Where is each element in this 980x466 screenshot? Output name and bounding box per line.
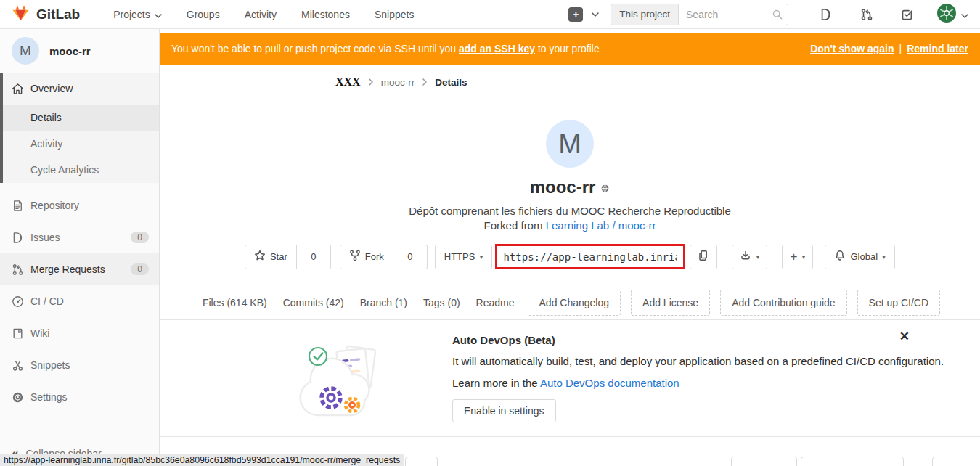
copy-url-button[interactable]: [690, 245, 717, 269]
user-avatar: [937, 4, 956, 25]
dont-show-again-link[interactable]: Don't show again: [810, 43, 894, 54]
top-navbar: GitLab Projects Groups Activity Mileston…: [0, 0, 980, 29]
gitlab-window: GitLab Projects Groups Activity Mileston…: [0, 0, 980, 466]
sidebar-item-overview[interactable]: Overview: [3, 73, 159, 105]
devops-doc-link[interactable]: Auto DevOps documentation: [540, 377, 679, 389]
status-url: https://app-learninglab.inria.fr/gitlab/…: [4, 455, 400, 465]
sidebar-item-settings[interactable]: Settings: [0, 381, 159, 413]
notification-dropdown[interactable]: Global ▾: [825, 245, 895, 269]
add-changelog-button[interactable]: Add Changelog: [528, 290, 621, 316]
gitlab-home-link[interactable]: GitLab: [12, 4, 80, 24]
search-icon: [772, 9, 783, 23]
sidebar-item-issues[interactable]: Issues 0: [0, 221, 159, 253]
clone-url-annotation-box: [495, 244, 685, 269]
merge-requests-dashboard-button[interactable]: [860, 8, 873, 21]
issues-icon: [12, 232, 24, 244]
remind-later-link[interactable]: Remind later: [907, 43, 968, 54]
caret-down-icon: ▾: [801, 253, 805, 261]
add-ssh-key-link[interactable]: add an SSH key: [459, 43, 535, 54]
merge-request-icon: [12, 263, 24, 276]
todos-button[interactable]: [901, 8, 914, 21]
sidebar-item-details[interactable]: Details: [3, 105, 159, 131]
sidebar-item-wiki[interactable]: Wiki: [0, 317, 159, 349]
project-avatar: M: [546, 120, 594, 168]
sidebar-item-snippets[interactable]: Snippets: [0, 349, 159, 381]
navbar-right: + This project: [568, 4, 968, 25]
sidebar-item-ci-cd[interactable]: CI / CD: [0, 285, 159, 317]
tanuki-logo-icon: [12, 4, 30, 24]
document-icon: [12, 200, 24, 212]
chevron-right-icon: [422, 77, 427, 88]
clipboard-icon: [698, 250, 709, 263]
home-icon: [12, 83, 24, 95]
enable-in-settings-button[interactable]: Enable in settings: [452, 399, 556, 422]
sidebar-item-cycle-analytics[interactable]: Cycle Analytics: [3, 157, 159, 183]
forked-from-line: Forked from Learning Lab / mooc-rr: [160, 219, 980, 232]
project-title-row: mooc-rr: [160, 177, 980, 197]
protocol-dropdown[interactable]: HTTPS ▾: [435, 245, 493, 269]
chevron-down-icon: [961, 8, 968, 21]
project-sidebar: M mooc-rr Overview Details Activity Cycl…: [0, 29, 160, 466]
download-icon: [740, 250, 751, 263]
fork-button[interactable]: Fork: [340, 245, 393, 269]
chevron-down-icon: [592, 12, 599, 17]
clone-url-input[interactable]: [497, 246, 683, 267]
nav-groups[interactable]: Groups: [187, 9, 220, 20]
cutoff-button[interactable]: [801, 457, 904, 466]
plus-icon: +: [790, 250, 797, 264]
star-button[interactable]: Star: [245, 245, 297, 269]
breadcrumb-user[interactable]: XXX: [335, 75, 361, 89]
star-count[interactable]: 0: [297, 245, 331, 269]
sidebar-item-merge-requests[interactable]: Merge Requests 0: [0, 253, 159, 285]
tab-readme[interactable]: Readme: [468, 297, 523, 308]
star-group: Star 0: [245, 245, 331, 269]
issues-dashboard-button[interactable]: [820, 8, 833, 21]
setup-cicd-button[interactable]: Set up CI/CD: [857, 290, 940, 316]
chevron-right-icon: [369, 77, 373, 88]
download-dropdown[interactable]: ▾: [732, 245, 767, 269]
cutoff-button[interactable]: [731, 457, 797, 466]
sidebar-item-activity[interactable]: Activity: [3, 131, 159, 157]
new-item-dropdown[interactable]: + ▾: [782, 245, 813, 269]
nav-snippets[interactable]: Snippets: [375, 9, 414, 20]
sidebar-items: Repository Issues 0 Merge Requests 0: [0, 189, 159, 413]
caret-down-icon: ▾: [756, 253, 759, 261]
nav-projects[interactable]: Projects: [113, 9, 162, 20]
user-menu-button[interactable]: [937, 4, 968, 25]
nav-milestones[interactable]: Milestones: [301, 9, 350, 20]
forked-from-link[interactable]: Learning Lab / mooc-rr: [546, 219, 656, 232]
auto-devops-callout: Auto DevOps (Beta) It will automatically…: [160, 320, 980, 437]
nav-activity[interactable]: Activity: [245, 9, 277, 20]
project-stats-bar: Files (614 KB) Commits (42) Branch (1) T…: [160, 285, 980, 320]
new-menu-button[interactable]: +: [568, 7, 599, 22]
sidebar-item-repository[interactable]: Repository: [0, 189, 159, 221]
breadcrumb-project[interactable]: mooc-rr: [381, 77, 415, 88]
search-scope-label: This project: [611, 4, 678, 25]
close-icon[interactable]: ✕: [899, 330, 910, 343]
plus-icon: +: [568, 7, 583, 22]
public-globe-icon: [600, 177, 610, 197]
banner-message: You won't be able to pull or push projec…: [171, 43, 600, 54]
devops-title: Auto DevOps (Beta): [452, 334, 944, 346]
tab-tags[interactable]: Tags (0): [415, 297, 468, 308]
cutoff-button[interactable]: [932, 457, 980, 466]
tab-files[interactable]: Files (614 KB): [195, 297, 275, 308]
main-nav: Projects Groups Activity Milestones Snip…: [113, 9, 414, 20]
sidebar-section-overview: Overview Details Activity Cycle Analytic…: [0, 73, 159, 183]
tab-branch[interactable]: Branch (1): [352, 297, 415, 308]
add-contribution-guide-button[interactable]: Add Contribution guide: [720, 290, 846, 316]
cutoff-button[interactable]: [405, 457, 438, 466]
caret-down-icon: ▾: [479, 253, 483, 261]
breadcrumb-current: Details: [435, 77, 467, 88]
tab-commits[interactable]: Commits (42): [275, 297, 352, 308]
devops-description: It will automatically build, test, and d…: [452, 355, 944, 367]
add-license-button[interactable]: Add License: [631, 290, 710, 316]
sidebar-project-header[interactable]: M mooc-rr: [0, 29, 159, 73]
search-box: [678, 4, 788, 25]
caret-down-icon: ▾: [882, 253, 886, 261]
fork-count[interactable]: 0: [393, 245, 428, 269]
navbar-left: GitLab Projects Groups Activity Mileston…: [12, 4, 414, 24]
browser-status-bar: https://app-learninglab.inria.fr/gitlab/…: [0, 454, 404, 466]
project-header: M mooc-rr Dépôt comprenant les fichiers …: [160, 120, 980, 232]
devops-illustration: [296, 330, 383, 436]
